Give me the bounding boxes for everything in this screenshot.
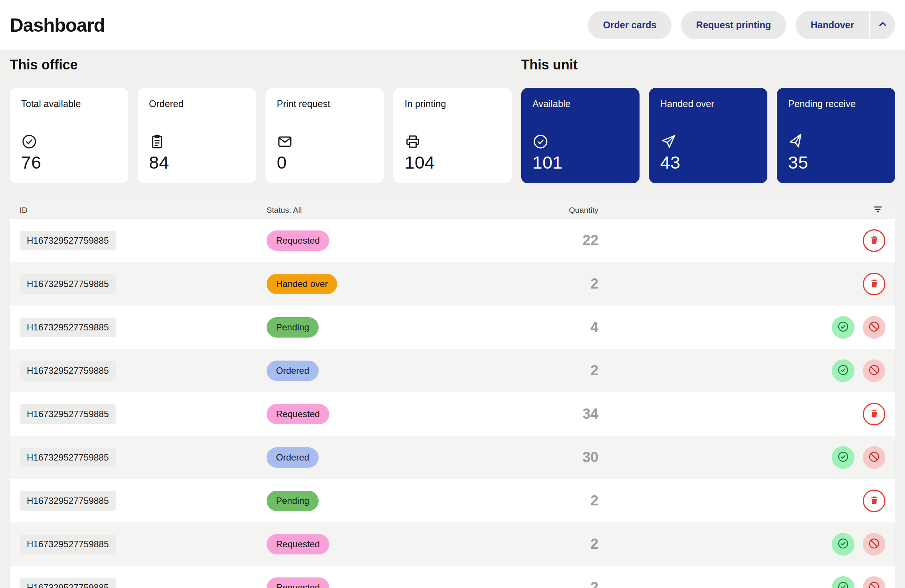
approve-button[interactable]: [832, 533, 854, 556]
card-value: 35: [788, 152, 884, 173]
row-id-chip: H167329527759885: [20, 491, 116, 511]
table-row: H167329527759885 Requested 2: [10, 566, 895, 588]
quantity-value: 2: [553, 362, 599, 379]
chevron-up-icon: [877, 19, 888, 32]
table-row: H167329527759885 Pending 2: [10, 479, 895, 522]
filter-button[interactable]: [870, 203, 885, 218]
table-row: H167329527759885 Handed over 2: [10, 262, 895, 305]
section-headings: This office This unit: [10, 57, 895, 73]
dashboard-content: This office This unit Total available 76…: [0, 57, 905, 183]
send-icon: [788, 133, 804, 150]
quantity-value: 30: [553, 449, 599, 466]
delete-button[interactable]: [863, 273, 885, 295]
delete-button[interactable]: [863, 229, 885, 252]
stat-cards-row: Total available 76 Ordered 84 Print requ…: [10, 88, 895, 183]
reject-button[interactable]: [863, 533, 885, 556]
quantity-value: 34: [553, 406, 599, 422]
this-office-heading: This office: [10, 57, 512, 73]
check-circle-icon: [532, 133, 549, 150]
ban-icon: [868, 581, 880, 588]
row-id-chip: H167329527759885: [20, 404, 116, 424]
check-circle-icon: [21, 133, 37, 150]
card-value: 104: [405, 152, 500, 173]
quantity-value: 2: [553, 493, 599, 509]
stat-card-ordered: Ordered 84: [138, 88, 256, 183]
status-badge: Handed over: [267, 274, 337, 294]
clipboard-icon: [149, 133, 165, 150]
status-badge: Requested: [267, 577, 329, 588]
row-id-chip: H167329527759885: [20, 274, 116, 294]
quantity-value: 2: [553, 579, 599, 588]
table-header: ID Status: All Quantity: [10, 201, 895, 219]
card-value: 76: [21, 152, 117, 173]
card-value: 84: [149, 152, 245, 173]
row-id-chip: H167329527759885: [20, 231, 116, 250]
printer-icon: [405, 133, 421, 150]
column-header-quantity: Quantity: [553, 205, 599, 215]
requests-table: ID Status: All Quantity H167329527759885…: [10, 201, 895, 588]
row-id-chip: H167329527759885: [20, 361, 116, 381]
ban-icon: [868, 537, 880, 551]
this-unit-heading: This unit: [521, 57, 895, 73]
status-badge: Ordered: [267, 447, 319, 468]
card-value: 101: [532, 152, 628, 173]
stat-card-in-printing: In printing 104: [393, 88, 512, 183]
check-circle-icon: [837, 364, 849, 377]
trash-icon: [869, 235, 880, 246]
quantity-value: 4: [553, 319, 599, 335]
stat-card-pending-receive: Pending receive 35: [777, 88, 895, 183]
reject-button[interactable]: [863, 316, 885, 339]
table-row: H167329527759885 Ordered 30: [10, 435, 895, 479]
reject-button[interactable]: [863, 446, 885, 469]
check-circle-icon: [837, 581, 849, 588]
card-label: Ordered: [149, 99, 245, 110]
card-label: Available: [532, 99, 628, 110]
card-label: Handed over: [660, 99, 756, 110]
stat-card-total-available: Total available 76: [10, 88, 128, 183]
row-id-chip: H167329527759885: [20, 578, 116, 588]
row-id-chip: H167329527759885: [20, 534, 116, 554]
approve-button[interactable]: [832, 576, 854, 588]
check-circle-icon: [837, 451, 849, 464]
page-title: Dashboard: [10, 14, 105, 36]
ban-icon: [868, 451, 880, 464]
delete-button[interactable]: [863, 403, 885, 426]
trash-icon: [869, 408, 880, 420]
approve-button[interactable]: [832, 316, 854, 339]
quantity-value: 22: [553, 232, 599, 249]
card-value: 0: [277, 152, 373, 173]
approve-button[interactable]: [832, 359, 854, 382]
table-row: H167329527759885 Ordered 2: [10, 349, 895, 392]
handover-button[interactable]: Handover: [795, 11, 869, 39]
delete-button[interactable]: [863, 489, 885, 512]
approve-button[interactable]: [832, 446, 854, 469]
status-badge: Pending: [267, 317, 319, 338]
header-actions: Order cards Request printing Handover: [588, 11, 895, 39]
column-header-status-filter[interactable]: Status: All: [267, 205, 553, 215]
status-badge: Requested: [267, 534, 329, 555]
request-printing-button[interactable]: Request printing: [681, 11, 786, 39]
row-id-chip: H167329527759885: [20, 448, 116, 467]
trash-icon: [869, 495, 880, 507]
collapse-button[interactable]: [870, 11, 895, 39]
send-icon: [660, 133, 676, 150]
ban-icon: [868, 321, 880, 334]
stat-card-available: Available 101: [521, 88, 640, 183]
reject-button[interactable]: [863, 576, 885, 588]
mail-icon: [277, 133, 293, 150]
status-badge: Ordered: [267, 361, 319, 381]
reject-button[interactable]: [863, 359, 885, 382]
table-row: H167329527759885 Requested 22: [10, 219, 895, 262]
status-badge: Requested: [267, 230, 329, 251]
card-label: Pending receive: [788, 99, 884, 110]
table-row: H167329527759885 Requested 2: [10, 522, 895, 566]
top-bar: Dashboard Order cards Request printing H…: [0, 0, 905, 50]
card-label: Print request: [277, 99, 373, 110]
check-circle-icon: [837, 537, 849, 551]
column-header-id: ID: [20, 205, 267, 215]
trash-icon: [869, 278, 880, 290]
status-badge: Requested: [267, 404, 329, 424]
order-cards-button[interactable]: Order cards: [588, 11, 672, 39]
quantity-value: 2: [553, 276, 599, 292]
card-label: In printing: [405, 99, 500, 110]
